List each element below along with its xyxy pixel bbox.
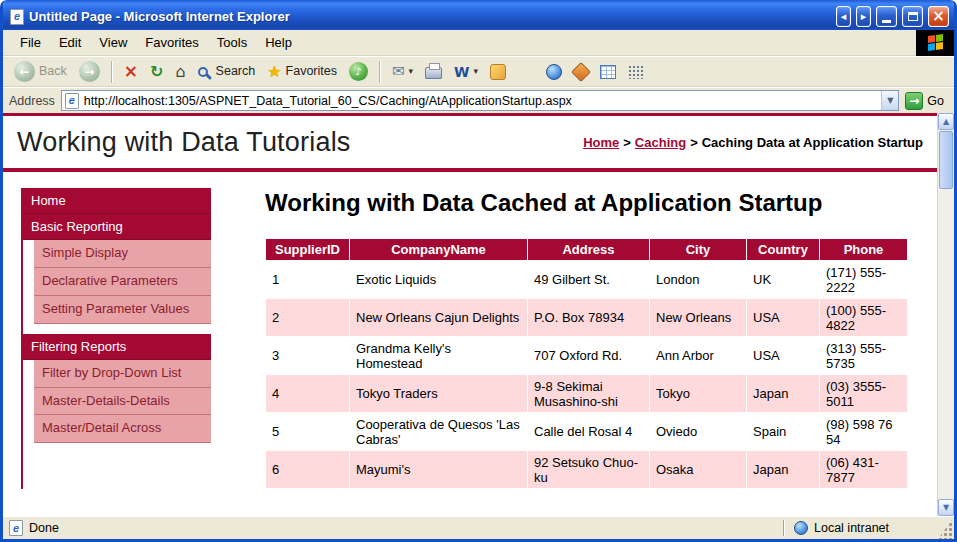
sidebar-item-simple-display[interactable]: Simple Display xyxy=(34,240,211,268)
sidebar-item-declarative-parameters[interactable]: Declarative Parameters xyxy=(34,268,211,296)
print-button[interactable] xyxy=(420,62,447,81)
table-cell: (100) 555-4822 xyxy=(820,299,908,337)
status-message: Done xyxy=(29,521,59,535)
scrollbar-down-button[interactable]: ▼ xyxy=(938,499,954,516)
menu-item-help[interactable]: Help xyxy=(256,31,301,54)
home-button[interactable]: ⌂ xyxy=(170,62,190,82)
windows-logo-throbber xyxy=(916,30,954,56)
table-cell: London xyxy=(650,261,747,299)
table-icon xyxy=(600,65,616,79)
sidebar-item-master-details-details[interactable]: Master-Details-Details xyxy=(34,388,211,416)
close-button[interactable]: × xyxy=(928,6,949,27)
table-cell: 49 Gilbert St. xyxy=(528,261,650,299)
forward-button[interactable]: → xyxy=(74,59,105,84)
table-cell: Cooperativa de Quesos 'Las Cabras' xyxy=(350,413,528,451)
table-cell: (313) 555-5735 xyxy=(820,337,908,375)
go-button[interactable]: → Go xyxy=(905,92,948,110)
minimize-icon xyxy=(882,20,891,23)
vertical-scrollbar[interactable]: ▲ ▼ xyxy=(937,113,954,516)
table-cell: (06) 431-7877 xyxy=(820,451,908,489)
page-body: Home Basic Reporting Simple Display Decl… xyxy=(3,172,937,489)
status-separator xyxy=(783,520,785,536)
stop-icon: × xyxy=(124,63,138,80)
word-dropdown-icon: ▾ xyxy=(474,67,479,76)
table-row: 1 Exotic Liquids 49 Gilbert St. London U… xyxy=(266,261,908,299)
scrollbar-track[interactable] xyxy=(938,190,954,499)
globe-icon xyxy=(546,64,562,80)
grid-tool-button[interactable] xyxy=(623,63,649,81)
word-icon: W xyxy=(454,65,469,79)
media-button[interactable]: ♪ xyxy=(344,60,373,83)
table-row: 4 Tokyo Traders 9-8 Sekimai Musashino-sh… xyxy=(266,375,908,413)
table-cell: New Orleans xyxy=(650,299,747,337)
table-tool-button[interactable] xyxy=(595,63,621,81)
maximize-button[interactable] xyxy=(902,6,923,27)
table-cell: USA xyxy=(747,337,820,375)
intranet-zone-icon xyxy=(794,521,808,535)
refresh-button[interactable]: ↻ xyxy=(145,62,168,82)
edit-with-word-button[interactable]: W ▾ xyxy=(449,63,483,81)
table-cell: 9-8 Sekimai Musashino-shi xyxy=(528,375,650,413)
address-url-text: http://localhost:1305/ASPNET_Data_Tutori… xyxy=(84,94,876,108)
messenger-button[interactable] xyxy=(485,62,511,82)
sidebar-item-filter-by-drop-down-list[interactable]: Filter by Drop-Down List xyxy=(34,360,211,388)
table-cell: Grandma Kelly's Homestead xyxy=(350,337,528,375)
window-title: Untitled Page - Microsoft Internet Explo… xyxy=(29,9,831,24)
mail-dropdown-icon: ▾ xyxy=(409,67,414,76)
table-cell: Tokyo Traders xyxy=(350,375,528,413)
menu-item-tools[interactable]: Tools xyxy=(208,31,256,54)
globe-button[interactable] xyxy=(541,62,567,82)
column-header-phone: Phone xyxy=(820,239,908,261)
sidebar-item-master-detail-across[interactable]: Master/Detail Across xyxy=(34,415,211,443)
menu-item-edit[interactable]: Edit xyxy=(50,31,90,54)
security-zone-pane: Local intranet xyxy=(788,521,938,535)
mail-button[interactable]: ✉ ▾ xyxy=(387,62,418,81)
scrollbar-up-button[interactable]: ▲ xyxy=(938,113,954,130)
mail-icon: ✉ xyxy=(392,64,405,79)
printer-icon xyxy=(425,67,442,79)
sidebar-item-basic-reporting[interactable]: Basic Reporting xyxy=(23,214,211,240)
breadcrumb-current: Caching Data at Application Startup xyxy=(702,135,923,150)
table-cell: Oviedo xyxy=(650,413,747,451)
suppliers-table: SupplierID CompanyName Address City Coun… xyxy=(265,238,908,489)
table-row: 6 Mayumi's 92 Setsuko Chuo-ku Osaka Japa… xyxy=(266,451,908,489)
refresh-icon: ↻ xyxy=(150,64,163,80)
address-input[interactable]: e http://localhost:1305/ASPNET_Data_Tuto… xyxy=(61,90,899,111)
sidebar-item-filtering-reports[interactable]: Filtering Reports xyxy=(23,334,211,360)
table-cell: Spain xyxy=(747,413,820,451)
scrollbar-thumb[interactable] xyxy=(939,131,953,189)
menu-item-file[interactable]: File xyxy=(11,31,50,54)
table-cell: Ann Arbor xyxy=(650,337,747,375)
table-cell: P.O. Box 78934 xyxy=(528,299,650,337)
stop-button[interactable]: × xyxy=(119,61,143,82)
resize-grip-icon[interactable] xyxy=(938,517,954,539)
address-dropdown-button[interactable]: ▼ xyxy=(881,91,898,110)
table-cell: UK xyxy=(747,261,820,299)
breadcrumb-link-caching[interactable]: Caching xyxy=(635,135,686,150)
menu-item-favorites[interactable]: Favorites xyxy=(136,31,207,54)
minimize-button[interactable] xyxy=(876,6,897,27)
back-icon: ← xyxy=(14,61,35,82)
table-cell: 6 xyxy=(266,451,350,489)
breadcrumb-link-home[interactable]: Home xyxy=(583,135,619,150)
favorites-button[interactable]: ★ Favorites xyxy=(262,62,342,82)
messenger-icon xyxy=(490,64,506,80)
table-cell: Exotic Liquids xyxy=(350,261,528,299)
table-cell: 2 xyxy=(266,299,350,337)
marker-button[interactable] xyxy=(569,63,593,81)
window-nav-left-button[interactable]: ◂ xyxy=(836,6,851,27)
table-cell: Mayumi's xyxy=(350,451,528,489)
sidebar-item-setting-parameter-values[interactable]: Setting Parameter Values xyxy=(34,296,211,324)
page-title: Working with Data Cached at Application … xyxy=(265,188,830,218)
menu-item-view[interactable]: View xyxy=(90,31,136,54)
favorites-star-icon: ★ xyxy=(267,64,281,80)
column-header-city: City xyxy=(650,239,747,261)
status-message-pane: e Done xyxy=(9,520,780,536)
sidebar-item-home[interactable]: Home xyxy=(23,188,211,214)
search-button[interactable]: Search xyxy=(193,63,261,80)
back-button[interactable]: ← Back xyxy=(9,59,72,84)
table-cell: 92 Setsuko Chuo-ku xyxy=(528,451,650,489)
window-nav-right-button[interactable]: ▸ xyxy=(856,6,871,27)
sidebar-gap xyxy=(23,324,211,334)
toolbar-separator xyxy=(111,61,113,83)
